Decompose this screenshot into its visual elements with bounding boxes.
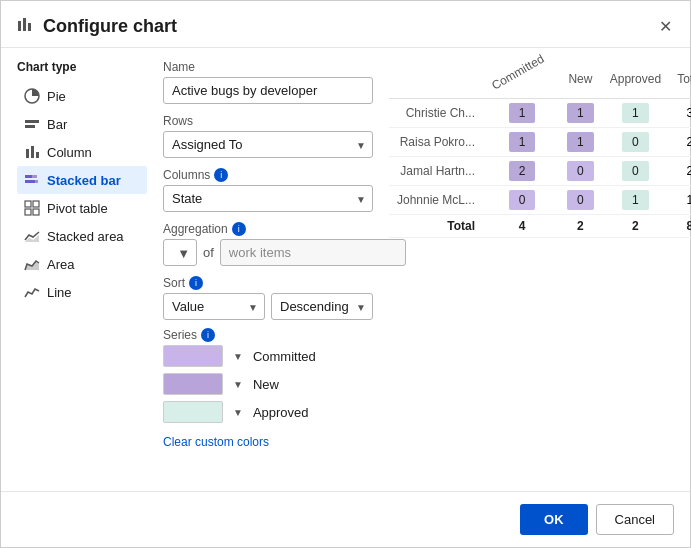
total-new: 2 — [559, 215, 602, 238]
total-total: 8 — [669, 215, 691, 238]
svg-rect-10 — [32, 175, 37, 178]
cell-new-1: 1 — [559, 99, 602, 128]
aggregation-select-wrapper: Count ▼ — [163, 239, 197, 266]
close-button[interactable]: ✕ — [653, 13, 678, 40]
sort-direction-select-wrapper: Descending ▼ — [271, 293, 373, 320]
sort-label: Sort i — [163, 276, 373, 290]
rows-select[interactable]: Assigned To — [163, 131, 373, 158]
chart-type-column[interactable]: Column — [17, 138, 147, 166]
cell-approved-4: 1 — [602, 186, 669, 215]
sort-value-select[interactable]: Value — [163, 293, 265, 320]
form-panel: Name Rows Assigned To ▼ Columns i State … — [163, 60, 373, 479]
cell-approved-2: 0 — [602, 128, 669, 157]
cell-new-4: 0 — [559, 186, 602, 215]
header-approved: Approved — [602, 60, 669, 99]
sort-info-icon[interactable]: i — [189, 276, 203, 290]
chart-type-area[interactable]: Area — [17, 250, 147, 278]
cell-committed-2: 1 — [485, 128, 559, 157]
cell-new-2: 1 — [559, 128, 602, 157]
columns-info-icon[interactable]: i — [214, 168, 228, 182]
svg-rect-8 — [36, 152, 39, 158]
columns-select[interactable]: State — [163, 185, 373, 212]
work-items-input — [220, 239, 406, 266]
clear-colors-link[interactable]: Clear custom colors — [163, 435, 269, 449]
series-item-approved: ▼ Approved — [163, 401, 373, 423]
chart-type-line[interactable]: Line — [17, 278, 147, 306]
svg-rect-7 — [31, 146, 34, 158]
dialog-title: Configure chart — [43, 16, 177, 37]
stacked-area-chart-icon — [23, 227, 41, 245]
committed-dropdown-btn[interactable]: ▼ — [231, 349, 245, 364]
series-item-new: ▼ New — [163, 373, 373, 395]
columns-select-wrapper: State ▼ — [163, 185, 373, 212]
svg-rect-14 — [33, 201, 39, 207]
ok-button[interactable]: OK — [520, 504, 588, 535]
aggregation-row: Count ▼ of — [163, 239, 373, 266]
total-approved: 2 — [602, 215, 669, 238]
cell-approved-3: 0 — [602, 157, 669, 186]
column-chart-icon — [23, 143, 41, 161]
chart-type-stacked-area[interactable]: Stacked area — [17, 222, 147, 250]
approved-dropdown-btn[interactable]: ▼ — [231, 405, 245, 420]
approved-color-box[interactable] — [163, 401, 223, 423]
name-label: Name — [163, 60, 373, 74]
total-label: Total — [389, 215, 485, 238]
chart-type-list: Pie Bar Column — [17, 82, 147, 306]
svg-rect-9 — [25, 175, 32, 178]
configure-chart-dialog: Configure chart ✕ Chart type Pie Bar — [0, 0, 691, 548]
name-input[interactable] — [163, 77, 373, 104]
chart-table: Committed New Approved Total Christie Ch… — [389, 60, 691, 238]
table-row: Johnnie McL... 0 0 1 1 — [389, 186, 691, 215]
pie-chart-icon — [23, 87, 41, 105]
cell-total-3: 2 — [669, 157, 691, 186]
row-name-1: Christie Ch... — [389, 99, 485, 128]
svg-rect-13 — [25, 201, 31, 207]
svg-rect-5 — [25, 125, 35, 128]
row-name-2: Raisa Pokro... — [389, 128, 485, 157]
data-table-panel: Committed New Approved Total Christie Ch… — [389, 60, 691, 479]
svg-rect-6 — [26, 149, 29, 158]
sort-direction-select[interactable]: Descending — [271, 293, 373, 320]
total-row: Total 4 2 2 8 — [389, 215, 691, 238]
chart-type-pivot-table[interactable]: Pivot table — [17, 194, 147, 222]
approved-label: Approved — [253, 405, 309, 420]
rows-select-wrapper: Assigned To ▼ — [163, 131, 373, 158]
pivot-table-icon — [23, 199, 41, 217]
series-section: Series i ▼ Committed ▼ New ▼ Approved — [163, 328, 373, 449]
svg-rect-0 — [18, 21, 21, 31]
series-info-icon[interactable]: i — [201, 328, 215, 342]
svg-rect-16 — [33, 209, 39, 215]
series-item-committed: ▼ Committed — [163, 345, 373, 367]
bar-chart-icon — [23, 115, 41, 133]
dialog-body: Chart type Pie Bar — [1, 48, 690, 491]
svg-rect-2 — [28, 23, 31, 31]
aggregation-label: Aggregation i — [163, 222, 373, 236]
aggregation-info-icon[interactable]: i — [232, 222, 246, 236]
line-chart-icon — [23, 283, 41, 301]
svg-rect-11 — [25, 180, 35, 183]
aggregation-select[interactable]: Count — [163, 239, 197, 266]
row-name-4: Johnnie McL... — [389, 186, 485, 215]
svg-rect-12 — [35, 180, 38, 183]
svg-rect-4 — [25, 120, 39, 123]
svg-rect-1 — [23, 18, 26, 31]
svg-rect-15 — [25, 209, 31, 215]
cell-total-4: 1 — [669, 186, 691, 215]
new-dropdown-btn[interactable]: ▼ — [231, 377, 245, 392]
header-total: Total — [669, 60, 691, 99]
new-color-box[interactable] — [163, 373, 223, 395]
stacked-bar-chart-icon — [23, 171, 41, 189]
total-committed: 4 — [485, 215, 559, 238]
cell-approved-1: 1 — [602, 99, 669, 128]
table-row: Christie Ch... 1 1 1 3 — [389, 99, 691, 128]
chart-type-pie[interactable]: Pie — [17, 82, 147, 110]
committed-color-box[interactable] — [163, 345, 223, 367]
new-label: New — [253, 377, 279, 392]
cancel-button[interactable]: Cancel — [596, 504, 674, 535]
chart-type-label: Chart type — [17, 60, 147, 74]
cell-committed-4: 0 — [485, 186, 559, 215]
chart-type-panel: Chart type Pie Bar — [17, 60, 147, 479]
table-row: Jamal Hartn... 2 0 0 2 — [389, 157, 691, 186]
chart-type-stacked-bar[interactable]: Stacked bar — [17, 166, 147, 194]
chart-type-bar[interactable]: Bar — [17, 110, 147, 138]
